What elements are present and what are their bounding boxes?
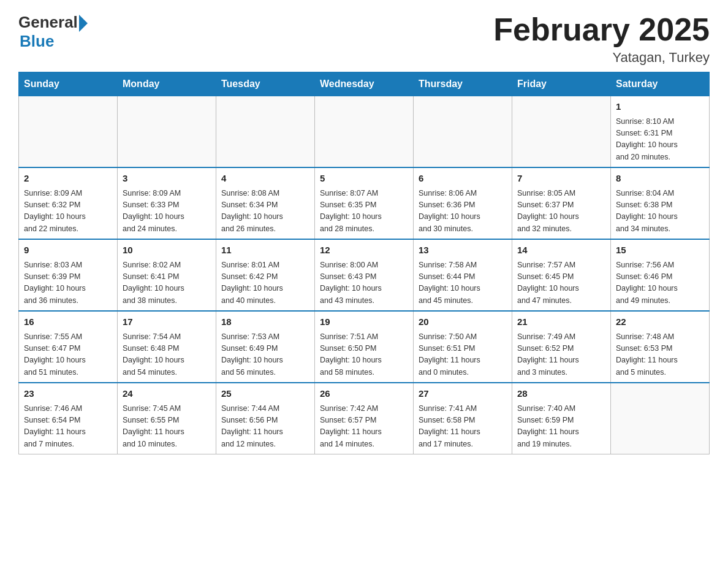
- header-friday: Friday: [512, 72, 611, 96]
- calendar-week-row: 2Sunrise: 8:09 AM Sunset: 6:32 PM Daylig…: [19, 167, 710, 239]
- day-number: 5: [320, 172, 408, 186]
- day-number: 21: [517, 315, 605, 329]
- header-wednesday: Wednesday: [315, 72, 414, 96]
- calendar-week-row: 23Sunrise: 7:46 AM Sunset: 6:54 PM Dayli…: [19, 383, 710, 454]
- day-info: Sunrise: 7:55 AM Sunset: 6:47 PM Dayligh…: [24, 331, 112, 379]
- day-info: Sunrise: 7:44 AM Sunset: 6:56 PM Dayligh…: [221, 403, 309, 451]
- day-info: Sunrise: 7:56 AM Sunset: 6:46 PM Dayligh…: [616, 259, 704, 307]
- day-info: Sunrise: 8:06 AM Sunset: 6:36 PM Dayligh…: [419, 188, 507, 236]
- table-row: 16Sunrise: 7:55 AM Sunset: 6:47 PM Dayli…: [19, 311, 118, 383]
- day-info: Sunrise: 7:42 AM Sunset: 6:57 PM Dayligh…: [320, 403, 408, 451]
- day-number: 17: [123, 315, 211, 329]
- calendar-week-row: 1Sunrise: 8:10 AM Sunset: 6:31 PM Daylig…: [19, 96, 710, 168]
- day-info: Sunrise: 7:58 AM Sunset: 6:44 PM Dayligh…: [419, 259, 507, 307]
- day-number: 12: [320, 243, 408, 258]
- table-row: 21Sunrise: 7:49 AM Sunset: 6:52 PM Dayli…: [512, 311, 611, 383]
- table-row: 9Sunrise: 8:03 AM Sunset: 6:39 PM Daylig…: [19, 239, 118, 311]
- table-row: 10Sunrise: 8:02 AM Sunset: 6:41 PM Dayli…: [118, 239, 216, 311]
- day-number: 7: [517, 172, 605, 186]
- day-number: 23: [24, 387, 112, 401]
- table-row: 22Sunrise: 7:48 AM Sunset: 6:53 PM Dayli…: [611, 311, 710, 383]
- day-number: 20: [419, 315, 507, 329]
- calendar-week-row: 16Sunrise: 7:55 AM Sunset: 6:47 PM Dayli…: [19, 311, 710, 383]
- table-row: [414, 96, 512, 168]
- table-row: 5Sunrise: 8:07 AM Sunset: 6:35 PM Daylig…: [315, 167, 414, 239]
- day-info: Sunrise: 8:10 AM Sunset: 6:31 PM Dayligh…: [616, 116, 704, 164]
- table-row: [512, 96, 611, 168]
- header-sunday: Sunday: [19, 72, 118, 96]
- day-info: Sunrise: 7:49 AM Sunset: 6:52 PM Dayligh…: [517, 331, 605, 379]
- table-row: 4Sunrise: 8:08 AM Sunset: 6:34 PM Daylig…: [216, 167, 315, 239]
- day-info: Sunrise: 7:54 AM Sunset: 6:48 PM Dayligh…: [123, 331, 211, 379]
- table-row: 28Sunrise: 7:40 AM Sunset: 6:59 PM Dayli…: [512, 383, 611, 454]
- day-info: Sunrise: 7:45 AM Sunset: 6:55 PM Dayligh…: [123, 403, 211, 451]
- day-info: Sunrise: 8:08 AM Sunset: 6:34 PM Dayligh…: [221, 188, 309, 236]
- header-saturday: Saturday: [611, 72, 710, 96]
- table-row: [216, 96, 315, 168]
- day-info: Sunrise: 8:09 AM Sunset: 6:32 PM Dayligh…: [24, 188, 112, 236]
- table-row: 27Sunrise: 7:41 AM Sunset: 6:58 PM Dayli…: [414, 383, 512, 454]
- table-row: [118, 96, 216, 168]
- table-row: 23Sunrise: 7:46 AM Sunset: 6:54 PM Dayli…: [19, 383, 118, 454]
- logo-blue-text: Blue: [20, 32, 54, 51]
- day-number: 14: [517, 243, 605, 258]
- day-number: 11: [221, 243, 309, 258]
- day-number: 8: [616, 172, 704, 186]
- day-number: 13: [419, 243, 507, 258]
- day-info: Sunrise: 7:50 AM Sunset: 6:51 PM Dayligh…: [419, 331, 507, 379]
- table-row: 13Sunrise: 7:58 AM Sunset: 6:44 PM Dayli…: [414, 239, 512, 311]
- day-number: 15: [616, 243, 704, 258]
- day-number: 22: [616, 315, 704, 329]
- page-header: General Blue February 2025 Yatagan, Turk…: [18, 12, 710, 66]
- day-info: Sunrise: 8:09 AM Sunset: 6:33 PM Dayligh…: [123, 188, 211, 236]
- day-number: 25: [221, 387, 309, 401]
- table-row: 17Sunrise: 7:54 AM Sunset: 6:48 PM Dayli…: [118, 311, 216, 383]
- calendar-table: Sunday Monday Tuesday Wednesday Thursday…: [18, 72, 710, 454]
- table-row: 26Sunrise: 7:42 AM Sunset: 6:57 PM Dayli…: [315, 383, 414, 454]
- table-row: [315, 96, 414, 168]
- day-info: Sunrise: 8:04 AM Sunset: 6:38 PM Dayligh…: [616, 188, 704, 236]
- day-info: Sunrise: 8:02 AM Sunset: 6:41 PM Dayligh…: [123, 259, 211, 307]
- day-number: 26: [320, 387, 408, 401]
- day-info: Sunrise: 8:01 AM Sunset: 6:42 PM Dayligh…: [221, 259, 309, 307]
- calendar-header-row: Sunday Monday Tuesday Wednesday Thursday…: [19, 72, 710, 96]
- table-row: 2Sunrise: 8:09 AM Sunset: 6:32 PM Daylig…: [19, 167, 118, 239]
- day-info: Sunrise: 7:48 AM Sunset: 6:53 PM Dayligh…: [616, 331, 704, 379]
- day-number: 3: [123, 172, 211, 186]
- table-row: 1Sunrise: 8:10 AM Sunset: 6:31 PM Daylig…: [611, 96, 710, 168]
- table-row: 15Sunrise: 7:56 AM Sunset: 6:46 PM Dayli…: [611, 239, 710, 311]
- month-title: February 2025: [493, 12, 710, 47]
- table-row: 8Sunrise: 8:04 AM Sunset: 6:38 PM Daylig…: [611, 167, 710, 239]
- day-info: Sunrise: 7:57 AM Sunset: 6:45 PM Dayligh…: [517, 259, 605, 307]
- day-number: 4: [221, 172, 309, 186]
- table-row: 25Sunrise: 7:44 AM Sunset: 6:56 PM Dayli…: [216, 383, 315, 454]
- day-number: 10: [123, 243, 211, 258]
- day-number: 6: [419, 172, 507, 186]
- day-info: Sunrise: 7:51 AM Sunset: 6:50 PM Dayligh…: [320, 331, 408, 379]
- day-number: 9: [24, 243, 112, 258]
- header-thursday: Thursday: [414, 72, 512, 96]
- logo-arrow-icon: [79, 15, 88, 32]
- title-block: February 2025 Yatagan, Turkey: [493, 12, 710, 66]
- day-number: 28: [517, 387, 605, 401]
- table-row: 20Sunrise: 7:50 AM Sunset: 6:51 PM Dayli…: [414, 311, 512, 383]
- day-number: 24: [123, 387, 211, 401]
- table-row: 24Sunrise: 7:45 AM Sunset: 6:55 PM Dayli…: [118, 383, 216, 454]
- table-row: 19Sunrise: 7:51 AM Sunset: 6:50 PM Dayli…: [315, 311, 414, 383]
- day-info: Sunrise: 8:03 AM Sunset: 6:39 PM Dayligh…: [24, 259, 112, 307]
- day-number: 16: [24, 315, 112, 329]
- table-row: [611, 383, 710, 454]
- table-row: 6Sunrise: 8:06 AM Sunset: 6:36 PM Daylig…: [414, 167, 512, 239]
- day-info: Sunrise: 7:40 AM Sunset: 6:59 PM Dayligh…: [517, 403, 605, 451]
- table-row: [19, 96, 118, 168]
- header-tuesday: Tuesday: [216, 72, 315, 96]
- logo-general-text: General: [18, 13, 78, 32]
- day-info: Sunrise: 7:46 AM Sunset: 6:54 PM Dayligh…: [24, 403, 112, 451]
- day-number: 2: [24, 172, 112, 186]
- table-row: 12Sunrise: 8:00 AM Sunset: 6:43 PM Dayli…: [315, 239, 414, 311]
- calendar-week-row: 9Sunrise: 8:03 AM Sunset: 6:39 PM Daylig…: [19, 239, 710, 311]
- location: Yatagan, Turkey: [493, 50, 710, 66]
- day-number: 18: [221, 315, 309, 329]
- day-number: 1: [616, 100, 704, 114]
- day-info: Sunrise: 7:53 AM Sunset: 6:49 PM Dayligh…: [221, 331, 309, 379]
